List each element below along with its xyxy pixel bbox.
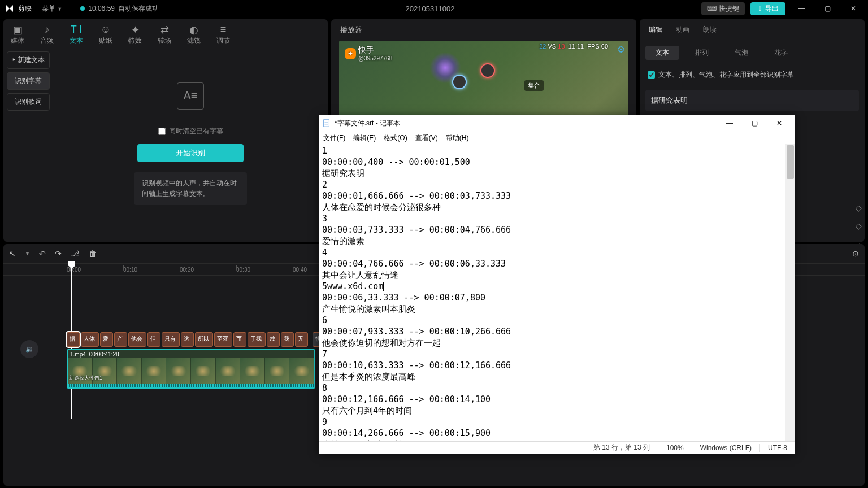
asset-tab-调节[interactable]: ≡调节 <box>209 24 237 46</box>
text-style-tabs: 文本排列气泡花字 <box>645 41 859 64</box>
asset-tab-特效[interactable]: ✦特效 <box>121 24 149 46</box>
tab-icon: ♪ <box>33 24 61 36</box>
export-label: 导出 <box>765 4 779 14</box>
tab-icon: ☺ <box>92 24 120 36</box>
notepad-text-area[interactable]: 1 00:00:00,400 --> 00:00:01,500 据研究表明 2 … <box>319 144 795 441</box>
notepad-menu-编辑[interactable]: 编辑(E) <box>353 133 376 143</box>
player-title: 播放器 <box>331 19 636 41</box>
subtitle-clip[interactable]: 而 <box>233 332 246 347</box>
undo-icon[interactable]: ↶ <box>39 249 46 258</box>
export-button[interactable]: ⇧ 导出 <box>750 2 785 15</box>
tab-icon: ◐ <box>180 24 208 36</box>
subtitle-clip[interactable]: 他会 <box>128 332 146 347</box>
subtitle-clip[interactable]: 所以 <box>195 332 213 347</box>
hotkeys-button[interactable]: ⌨ 快捷键 <box>701 2 745 15</box>
window-close-button[interactable]: ✕ <box>843 0 863 17</box>
asset-tab-滤镜[interactable]: ◐滤镜 <box>180 24 208 46</box>
menu-label: 菜单 <box>42 5 55 12</box>
keyframe-diamond-icon[interactable]: ◇ <box>856 221 863 230</box>
notepad-menu-格式[interactable]: 格式(O) <box>384 133 407 143</box>
app-logo: 剪映 <box>5 3 32 14</box>
watermark-brand: ✦ 快手 @395297768 <box>345 45 392 62</box>
notepad-minimize-button[interactable]: — <box>717 115 742 132</box>
ping-tag: 集合 <box>524 80 544 91</box>
snap-tools: ◇ ◇ ⫠ <box>856 203 863 249</box>
start-recognize-button[interactable]: 开始识别 <box>137 144 244 162</box>
video-clip[interactable]: 1.mp4 00:00:41:28 新途径大性击1 <box>67 349 315 389</box>
asset-tab-转场[interactable]: ⇄转场 <box>150 24 179 46</box>
notepad-menu-文件[interactable]: 文件(F) <box>323 133 345 143</box>
apply-all-row[interactable]: 文本、排列、气泡、花字应用到全部识别字幕 <box>645 64 859 85</box>
subtitle-clip[interactable]: 无 <box>295 332 308 347</box>
sub-nav-识别字幕[interactable]: 识别字幕 <box>7 72 50 90</box>
asset-tab-文本[interactable]: T I文本 <box>62 24 90 46</box>
hotkeys-label: 快捷键 <box>719 4 739 14</box>
text-sub-nav: 新建文本识别字幕识别歌词 <box>3 46 53 242</box>
chevron-down-icon[interactable]: ▼ <box>25 251 30 256</box>
window-maximize-button[interactable]: ▢ <box>817 0 837 17</box>
prop-tab-动画[interactable]: 动画 <box>676 25 689 38</box>
tab-label: 文本 <box>70 37 83 45</box>
sub-nav-新建文本[interactable]: 新建文本 <box>7 51 50 69</box>
subtitle-text-input[interactable]: 据研究表明 <box>645 90 859 111</box>
subtitle-clip[interactable]: 至死 <box>214 332 232 347</box>
timeline-settings-icon[interactable]: ⊙ <box>852 249 859 258</box>
notepad-maximize-button[interactable]: ▢ <box>742 115 767 132</box>
brand-name: 快手 <box>358 45 374 54</box>
clear-existing-checkbox[interactable] <box>158 128 166 135</box>
style-tab-排列[interactable]: 排列 <box>685 46 719 60</box>
export-icon: ⇧ <box>757 5 763 12</box>
sub-nav-识别歌词[interactable]: 识别歌词 <box>7 93 50 111</box>
prop-tab-编辑[interactable]: 编辑 <box>649 25 662 38</box>
gear-icon[interactable]: ⚙ <box>617 44 625 55</box>
notepad-window[interactable]: *字幕文件.srt - 记事本 — ▢ ✕ 文件(F)编辑(E)格式(O)查看(… <box>319 115 795 454</box>
style-tab-气泡[interactable]: 气泡 <box>724 46 758 60</box>
subtitle-clip[interactable]: 我 <box>281 332 294 347</box>
window-minimize-button[interactable]: — <box>791 0 811 17</box>
split-icon[interactable]: ⎇ <box>71 249 80 258</box>
tab-label: 调节 <box>216 37 230 45</box>
notepad-scrollbar[interactable] <box>785 144 795 441</box>
recognize-hint: 识别视频中的人声，并自动在时间轴上生成字幕文本。 <box>134 172 247 205</box>
subtitle-clip[interactable]: 产 <box>114 332 127 347</box>
asset-category-tabs: ▣媒体♪音频T I文本☺贴纸✦特效⇄转场◐滤镜≡调节 <box>3 19 328 46</box>
asset-tab-音频[interactable]: ♪音频 <box>33 24 61 46</box>
tab-label: 特效 <box>128 37 142 45</box>
asset-tab-贴纸[interactable]: ☺贴纸 <box>92 24 120 46</box>
notepad-menu-帮助[interactable]: 帮助(H) <box>446 133 469 143</box>
redo-icon[interactable]: ↷ <box>55 249 62 258</box>
keyframe-diamond-icon[interactable]: ◇ <box>856 203 863 212</box>
subtitle-clip[interactable]: 但 <box>147 332 160 347</box>
subtitle-clip[interactable]: 人体 <box>81 332 99 347</box>
notepad-close-button[interactable]: ✕ <box>767 115 792 132</box>
tab-label: 媒体 <box>11 37 24 45</box>
ruler-mark: 00:20 <box>180 267 236 273</box>
delete-icon[interactable]: 🗑 <box>89 249 97 258</box>
asset-tab-媒体[interactable]: ▣媒体 <box>3 24 32 46</box>
menu-button[interactable]: 菜单 ▼ <box>38 3 66 15</box>
subtitle-clip[interactable]: 于我 <box>248 332 266 347</box>
tab-icon: ≡ <box>209 24 237 36</box>
subtitle-clip[interactable]: 只有 <box>162 332 180 347</box>
track-mute-button[interactable]: 🔉 <box>20 340 38 358</box>
prop-tab-朗读[interactable]: 朗读 <box>703 25 717 38</box>
apply-all-checkbox[interactable] <box>648 71 655 79</box>
brand-icon: ✦ <box>345 48 356 59</box>
score-left: 22 <box>539 43 546 50</box>
notepad-titlebar[interactable]: *字幕文件.srt - 记事本 — ▢ ✕ <box>319 115 795 132</box>
style-tab-花字[interactable]: 花字 <box>764 46 798 60</box>
subtitle-clip[interactable]: 这 <box>181 332 194 347</box>
subtitle-clip[interactable]: 放 <box>267 332 280 347</box>
chevron-down-icon: ▼ <box>57 6 62 12</box>
scrollbar-thumb[interactable] <box>787 145 794 179</box>
style-tab-文本[interactable]: 文本 <box>645 46 679 60</box>
subtitle-clip[interactable]: 爱 <box>100 332 113 347</box>
clear-existing-row[interactable]: 同时清空已有字幕 <box>158 127 223 136</box>
notepad-menubar[interactable]: 文件(F)编辑(E)格式(O)查看(V)帮助(H) <box>319 132 795 144</box>
notepad-menu-查看[interactable]: 查看(V) <box>415 133 438 143</box>
subtitle-track[interactable]: 据人体爱产他会但只有这所以至死而于我放我无快手 <box>67 332 352 347</box>
tab-icon: T I <box>62 24 90 36</box>
status-encoding: UTF-8 <box>760 444 795 452</box>
subtitle-clip[interactable]: 据 <box>67 332 80 347</box>
cursor-tool-icon[interactable]: ↖ <box>9 249 16 258</box>
